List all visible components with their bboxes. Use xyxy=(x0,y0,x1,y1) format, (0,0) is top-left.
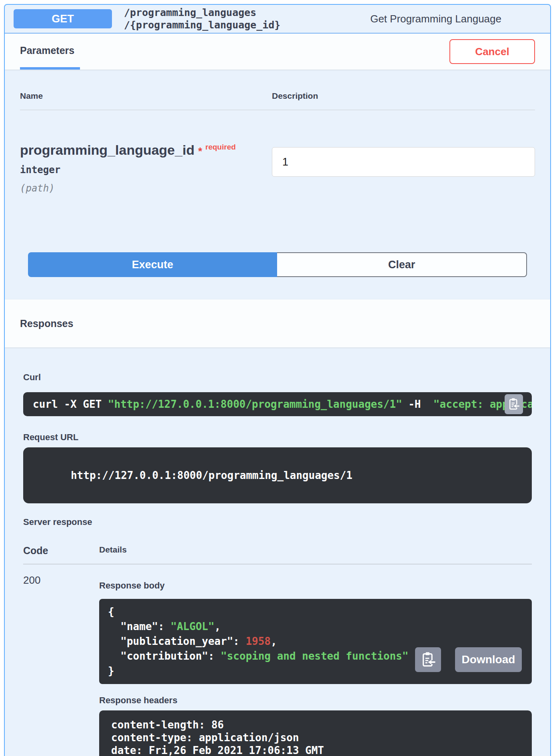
parameters-section-header: Parameters Cancel xyxy=(5,34,550,70)
parameter-location: (path) xyxy=(20,183,272,194)
copy-response-button[interactable] xyxy=(415,647,441,672)
tab-parameters[interactable]: Parameters xyxy=(20,34,80,70)
server-response-label: Server response xyxy=(23,517,532,527)
parameter-name: programming_language_id*required xyxy=(20,142,272,158)
response-headers-label: Response headers xyxy=(99,695,532,706)
code-column-header: Code xyxy=(23,545,99,557)
parameters-table: Name Description programming_language_id… xyxy=(5,70,550,299)
operation-summary[interactable]: GET /programming_languages /{programming… xyxy=(5,5,550,34)
curl-command-block: curl -X GET "http://127.0.0.1:8000/progr… xyxy=(23,392,532,416)
responses-title: Responses xyxy=(20,318,73,329)
response-details-cell: Response body { "name": "ALGOL", "public… xyxy=(99,574,532,756)
operation-panel: GET /programming_languages /{programming… xyxy=(4,4,551,756)
parameters-title: Parameters xyxy=(20,45,74,56)
clipboard-copy-icon xyxy=(421,651,436,669)
response-row: 200 Response body { "name": "ALGOL", "pu… xyxy=(23,565,532,756)
curl-label: Curl xyxy=(23,372,532,383)
method-badge: GET xyxy=(14,9,112,28)
download-button[interactable]: Download xyxy=(455,647,522,672)
endpoint-path: /programming_languages /{programming_lan… xyxy=(124,6,280,31)
request-url-block: http://127.0.0.1:8000/programming_langua… xyxy=(23,447,532,503)
clear-button[interactable]: Clear xyxy=(277,252,527,277)
endpoint-path-line1: /programming_languages xyxy=(124,6,280,19)
status-code: 200 xyxy=(23,574,99,756)
operation-title: Get Programming Language xyxy=(370,13,501,25)
response-headers-block: content-length: 86 content-type: applica… xyxy=(99,710,532,756)
parameter-row: programming_language_id*required integer… xyxy=(20,110,535,194)
parameter-name-cell: programming_language_id*required integer… xyxy=(20,142,272,194)
parameter-type: integer xyxy=(20,164,272,176)
parameter-name-text: programming_language_id xyxy=(20,142,194,158)
cancel-button[interactable]: Cancel xyxy=(449,39,535,64)
response-body-label: Response body xyxy=(99,580,532,591)
parameter-value-input[interactable] xyxy=(272,147,535,177)
responses-content: Curl curl -X GET "http://127.0.0.1:8000/… xyxy=(5,347,550,756)
endpoint-path-line2: /{programming_language_id} xyxy=(124,19,280,31)
execute-controls: Execute Clear xyxy=(28,252,527,277)
response-body-block: { "name": "ALGOL", "publication_year": 1… xyxy=(99,599,532,684)
name-column-header: Name xyxy=(20,91,272,101)
request-url-label: Request URL xyxy=(23,432,532,443)
curl-command: curl -X GET "http://127.0.0.1:8000/progr… xyxy=(33,398,532,410)
details-column-header: Details xyxy=(99,545,532,557)
required-star: * xyxy=(198,145,202,157)
request-url-value: http://127.0.0.1:8000/programming_langua… xyxy=(71,469,352,481)
copy-to-clipboard-button[interactable] xyxy=(505,394,523,414)
responses-section-header: Responses xyxy=(5,299,550,347)
required-label: required xyxy=(206,143,236,151)
clipboard-copy-icon xyxy=(508,397,520,412)
execute-button[interactable]: Execute xyxy=(28,252,277,277)
parameter-value-cell xyxy=(272,142,535,194)
description-column-header: Description xyxy=(272,91,535,101)
